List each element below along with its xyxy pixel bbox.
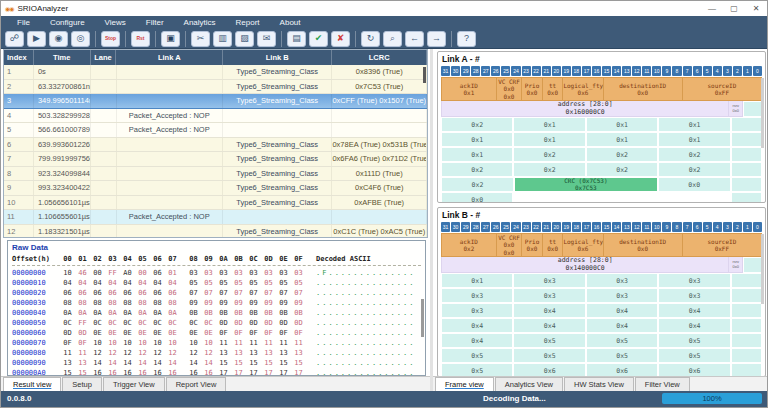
payload-cell: 0x4 [658,318,730,333]
save-icon: ▤ [292,34,301,43]
menu-analytics[interactable]: Analytics [174,16,226,29]
table-row[interactable]: 10sType6_Streaming_Class0x8396 (True) [4,65,427,80]
hex-byte: 14 [201,359,216,367]
bit-number: 25 [501,66,510,76]
link-a-panel: Link A - # 31302928272625242322212019181… [437,51,766,203]
tab-result-view[interactable]: Result view [3,377,61,391]
file-discard-button[interactable]: ✘ [331,31,350,47]
menu-about[interactable]: About [270,16,311,29]
payload-cell: 0x1 [441,147,513,162]
tab-filter-view[interactable]: Filter View [635,377,690,391]
table-row[interactable]: 3349.996501114nsType6_Streaming_Class0xC… [4,94,427,109]
field-value: 0x0 [543,245,563,253]
spacer-cell [731,363,762,377]
table-row[interactable]: 7799.991999756nsType6_Streaming_Class0x6… [4,152,427,167]
hex-byte: 05 [261,279,276,287]
menu-filter[interactable]: Filter [136,16,174,29]
cut-button[interactable]: ✂ [191,31,210,47]
hex-byte: 17 [246,369,261,376]
results-table-scrollbar[interactable] [423,67,426,83]
payload-cell: 0x4 [441,333,513,348]
menu-configure[interactable]: Configure [40,16,95,29]
payload-row: 0x50x60x60x6 [441,363,762,377]
payload-cell: 0x2 [441,177,514,192]
field-sourceid: sourceID0xFF [683,77,762,101]
save-button[interactable]: ▤ [287,31,306,47]
run-button[interactable]: ▶ [27,31,46,47]
stop-button[interactable]: Stop [101,31,120,47]
field-prio: Prio0x0 [522,233,543,257]
payload-cell: 0x1 [586,117,658,132]
help-button[interactable]: ? [457,31,476,47]
payload-cell: 0x5 [586,333,658,348]
zoom-button[interactable]: ⌕ [383,31,402,47]
snapshot-button[interactable]: ▨ [235,31,254,47]
raw-data-scrollbar[interactable] [421,299,424,337]
trigger-button[interactable]: ◎ [71,31,90,47]
field-value: 0x0 [604,245,682,253]
hex-byte: 16 [165,369,180,376]
toolbar: ☍▶◉◎StopRst▣✂▥▨✉▤✔✘↻⌕←→? [1,29,767,49]
back-button[interactable]: ← [405,31,424,47]
hex-byte: 12 [150,349,165,357]
minimize-button[interactable]: — [701,2,723,16]
close-button[interactable]: ✕ [745,2,767,16]
menu-views[interactable]: Views [95,16,136,29]
payload-cell: 0x1 [658,117,730,132]
field-prio: Prio0x0 [522,77,543,101]
table-row[interactable]: 101.056656101µsType6_Streaming_Class0xAF… [4,196,427,211]
table-row[interactable]: 263.332700861nsType6_Streaming_Class0x7C… [4,80,427,95]
cell-lcrc: 0xC1C (True) 0xAC5 (True) [332,225,427,239]
tab-report-view[interactable]: Report View [166,377,227,391]
address-value: 0x160000C0 [442,109,728,117]
cell-link_b: Type6_Streaming_Class [223,80,332,94]
menu-file[interactable]: File [7,16,40,29]
hex-byte: 03 [201,269,216,277]
compare-view-button[interactable]: ▥ [213,31,232,47]
table-row[interactable]: 4503.328299928nsPacket_Accepted : NOP [4,109,427,124]
file-apply-button[interactable]: ✔ [309,31,328,47]
table-row[interactable]: 6639.993601226nsType6_Streaming_Class0x7… [4,138,427,153]
cell-link_b: Type6_Streaming_Class [223,138,332,152]
message-button[interactable]: ✉ [257,31,276,47]
hex-byte: 08 [105,299,120,307]
link-b-scrollbar[interactable] [761,234,764,304]
bit-number: 27 [481,222,490,232]
refresh-button[interactable]: ↻ [361,31,380,47]
workspace-button[interactable]: ▣ [161,31,180,47]
payload-cell: 0x2 [513,162,585,177]
link-a-scrollbar[interactable] [761,78,764,148]
hex-offset: 000000A0 [12,369,60,376]
menu-report[interactable]: Report [226,16,270,29]
cell-time: 0s [34,65,91,79]
raw-data-divider [12,265,421,266]
connect-button[interactable]: ☍ [5,31,24,47]
hex-byte: 0B [261,309,276,317]
tab-trigger-view[interactable]: Trigger View [103,377,165,391]
bit-number: 22 [532,222,541,232]
link-b-title: Link B - # [438,208,765,222]
byte-header: 05 [135,255,150,263]
hex-byte: 0F [261,329,276,337]
hex-byte: 04 [165,279,180,287]
table-row[interactable]: 111.106655601µsPacket_Accepted : NOP [4,210,427,225]
forward-button[interactable]: → [427,31,446,47]
results-table-body: 10sType6_Streaming_Class0x8396 (True)263… [4,65,427,238]
table-row[interactable]: 9993.323400422nsType6_Streaming_Class0xC… [4,181,427,196]
hex-byte: 10 [150,339,165,347]
maximize-button[interactable]: ▢ [723,2,745,16]
tab-frame-view[interactable]: Frame view [435,377,494,391]
payload-cell: 0x0 [658,177,731,192]
field-value: 0x0 [604,89,682,97]
tab-analytics-view[interactable]: Analytics View [495,377,563,391]
capture-button[interactable]: ◉ [49,31,68,47]
table-row[interactable]: 121.183321501µsType6_Streaming_Class0xC1… [4,225,427,239]
hex-byte: 07 [216,289,231,297]
tab-setup[interactable]: Setup [62,377,102,391]
table-row[interactable]: 8923.324099844nsType6_Streaming_Class0x1… [4,167,427,182]
tab-hw-stats-view[interactable]: HW Stats View [564,377,634,391]
reset-button[interactable]: Rst [131,31,150,47]
table-row[interactable]: 5566.661000789nsPacket_Accepted : NOP [4,123,427,138]
hex-byte: 0C [186,319,201,327]
spacer-cell [731,273,762,288]
